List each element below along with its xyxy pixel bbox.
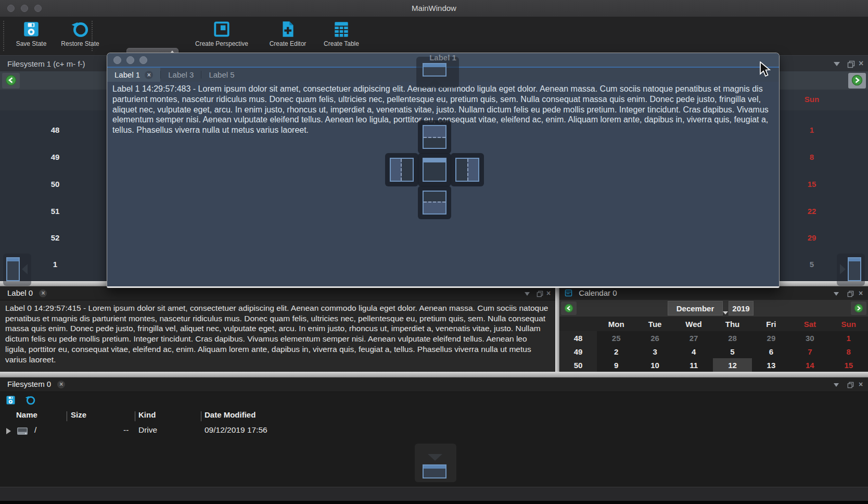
calendar-day-cell[interactable]: 1 bbox=[795, 125, 828, 134]
week-number: 48 bbox=[42, 125, 69, 134]
create-editor-button[interactable]: Create Editor bbox=[262, 19, 313, 47]
disclosure-triangle-icon[interactable] bbox=[6, 428, 11, 434]
calendar0-nav-bar: December 2019 bbox=[559, 300, 868, 317]
drop-indicator-center[interactable] bbox=[418, 153, 451, 186]
calendar-day-cell[interactable]: 10 bbox=[635, 358, 674, 372]
next-month-button[interactable] bbox=[848, 73, 866, 89]
tab-list-dropdown-button[interactable] bbox=[525, 292, 530, 296]
calendar-day-cell[interactable]: 13 bbox=[752, 358, 790, 372]
undock-button[interactable] bbox=[537, 290, 543, 299]
prev-month-button[interactable] bbox=[2, 73, 20, 89]
restore-state-button[interactable]: Restore State bbox=[55, 19, 105, 47]
fs-cell-size: -- bbox=[123, 425, 129, 435]
day-header-tue: Tue bbox=[635, 317, 674, 331]
drop-indicator-right[interactable] bbox=[451, 153, 484, 186]
close-tab-button[interactable]: × bbox=[145, 71, 153, 79]
year-button[interactable]: 2019 bbox=[729, 301, 754, 316]
fs-table-row[interactable]: / -- Drive 09/12/2019 17:56 bbox=[0, 424, 868, 438]
label0-text: Label 0 14:29:57:415 - Lorem ipsum dolor… bbox=[0, 300, 555, 372]
calendar-day-cell[interactable]: 25 bbox=[597, 331, 635, 345]
calendar-day-cell[interactable]: 3 bbox=[635, 345, 674, 358]
next-month-button[interactable] bbox=[851, 301, 866, 315]
calendar-day-cell[interactable]: 2 bbox=[597, 345, 635, 358]
calendar-day-cell[interactable]: 6 bbox=[752, 345, 790, 358]
week-number: 50 bbox=[559, 358, 597, 372]
tab-label1-text: Label 1 bbox=[114, 70, 140, 79]
toolbar-handle[interactable] bbox=[3, 21, 4, 51]
calendar-day-cell[interactable]: 15 bbox=[795, 180, 828, 188]
status-bar bbox=[0, 487, 868, 501]
calendar-day-cell[interactable]: 5 bbox=[795, 260, 828, 269]
tab-list-dropdown-button[interactable] bbox=[834, 62, 840, 66]
calendar-day-cell[interactable]: 30 bbox=[790, 331, 829, 345]
create-table-button[interactable]: Create Table bbox=[316, 19, 366, 47]
close-panel-button[interactable]: × bbox=[859, 289, 863, 297]
drop-indicator-top[interactable] bbox=[418, 120, 451, 154]
tab-calendar0[interactable]: Calendar 0 bbox=[559, 286, 620, 300]
tab-filesystem0[interactable]: Filesystem 0 × bbox=[0, 377, 68, 391]
close-panel-button[interactable]: × bbox=[546, 289, 551, 297]
vertical-splitter[interactable] bbox=[555, 286, 559, 372]
create-perspective-button[interactable]: Create Perspective bbox=[186, 19, 257, 47]
calendar-day-cell[interactable]: 26 bbox=[635, 331, 674, 345]
calendar-day-cell[interactable]: 22 bbox=[795, 207, 828, 216]
column-name[interactable]: Name bbox=[16, 410, 37, 419]
close-tab-button[interactable]: × bbox=[57, 381, 65, 388]
calendar-day-cell[interactable]: 1 bbox=[829, 331, 868, 345]
create-editor-icon bbox=[278, 20, 297, 39]
day-header-wed: Wed bbox=[674, 317, 713, 331]
tab-label5[interactable]: Label 5 bbox=[201, 68, 241, 82]
chevron-down-icon bbox=[834, 292, 839, 296]
prev-month-button[interactable] bbox=[561, 301, 577, 315]
fs-save-button[interactable] bbox=[5, 395, 16, 408]
window-titlebar[interactable]: MainWindow bbox=[0, 0, 868, 17]
calendar-day-cell[interactable]: 9 bbox=[597, 358, 635, 372]
close-tab-button[interactable]: × bbox=[39, 289, 47, 297]
column-kind[interactable]: Kind bbox=[138, 410, 156, 419]
month-dropdown[interactable]: December bbox=[668, 301, 723, 316]
tab-label0[interactable]: Label 0 × bbox=[0, 286, 50, 300]
calendar-day-cell[interactable]: 7 bbox=[790, 345, 829, 358]
calendar-day-cell[interactable]: 27 bbox=[674, 331, 713, 345]
dock-left-icon bbox=[390, 158, 414, 182]
drop-indicator-bottom[interactable] bbox=[418, 186, 451, 219]
undock-button[interactable] bbox=[847, 290, 854, 299]
tab-list-dropdown-button[interactable] bbox=[834, 383, 839, 387]
minimize-window-button[interactable] bbox=[126, 56, 134, 64]
undock-button[interactable] bbox=[847, 381, 854, 390]
tab-label1[interactable]: Label 1 × bbox=[107, 68, 160, 82]
tab-label3[interactable]: Label 3 bbox=[161, 68, 201, 82]
fs-restore-button[interactable] bbox=[25, 395, 36, 408]
day-header-sun: Sun bbox=[829, 317, 868, 331]
undock-icon bbox=[537, 291, 543, 297]
week-number: 49 bbox=[42, 153, 69, 161]
drag-ghost-label: Label 1 bbox=[416, 53, 469, 62]
calendar-day-cell[interactable]: 11 bbox=[674, 358, 713, 372]
calendar-day-cell[interactable]: 15 bbox=[829, 358, 868, 372]
close-panel-button[interactable]: × bbox=[859, 380, 863, 388]
calendar-day-cell[interactable]: 14 bbox=[790, 358, 829, 372]
column-size[interactable]: Size bbox=[71, 410, 86, 419]
chevron-down-icon bbox=[834, 62, 840, 66]
maximize-window-button[interactable] bbox=[139, 56, 147, 64]
close-dock-button[interactable]: × bbox=[859, 59, 863, 68]
drop-indicator-left[interactable] bbox=[385, 153, 418, 186]
calendar-day-cell-selected[interactable]: 12 bbox=[713, 358, 751, 372]
tab-list-dropdown-button[interactable] bbox=[834, 292, 839, 296]
calendar-day-cell[interactable]: 4 bbox=[674, 345, 713, 358]
day-header-corner bbox=[559, 317, 597, 331]
close-window-button[interactable] bbox=[113, 56, 121, 64]
calendar-day-cell[interactable]: 5 bbox=[713, 345, 751, 358]
undock-button[interactable] bbox=[847, 60, 855, 70]
save-state-button[interactable]: Save State bbox=[9, 19, 53, 47]
column-date-modified[interactable]: Date Modified bbox=[205, 410, 256, 419]
day-header-sun: Sun bbox=[795, 95, 828, 104]
calendar-day-cell[interactable]: 28 bbox=[713, 331, 751, 345]
calendar-day-cell[interactable]: 29 bbox=[752, 331, 790, 345]
calendar-day-cell[interactable]: 8 bbox=[795, 153, 828, 161]
calendar-day-cell[interactable]: 8 bbox=[829, 345, 868, 358]
horizontal-splitter[interactable] bbox=[0, 372, 868, 377]
restore-icon bbox=[71, 20, 90, 39]
filesystem0-tabbar: Filesystem 0 × × bbox=[0, 377, 868, 392]
calendar-day-cell[interactable]: 29 bbox=[795, 233, 828, 242]
